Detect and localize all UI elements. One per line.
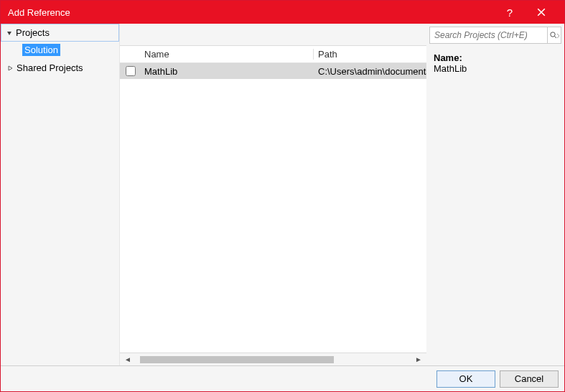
sidebar-label-shared: Shared Projects <box>17 62 83 73</box>
search-input[interactable] <box>430 30 547 40</box>
sidebar-label-projects: Projects <box>16 27 50 38</box>
row-path: C:\Users\admin\documents\visual studio 2… <box>314 66 426 77</box>
sidebar-item-shared-projects[interactable]: Shared Projects <box>1 58 119 76</box>
details-name-label: Name: <box>434 52 557 63</box>
middle-panel: Name Path MathLib C:\Users\admin\documen… <box>120 24 426 365</box>
close-button[interactable] <box>526 1 557 24</box>
scroll-left-icon[interactable]: ◄ <box>123 355 133 363</box>
row-checkbox[interactable] <box>126 66 136 76</box>
add-reference-dialog: Add Reference ? Projects Solution Shared… <box>0 0 565 392</box>
horizontal-scrollbar[interactable]: ◄ ► <box>120 353 426 365</box>
dialog-footer: OK Cancel <box>1 365 564 391</box>
table-row[interactable]: MathLib C:\Users\admin\documents\visual … <box>120 63 426 79</box>
search-box[interactable] <box>429 27 561 44</box>
sidebar-label-solution: Solution <box>22 44 60 56</box>
expander-icon <box>6 65 14 72</box>
grid-header: Name Path <box>120 46 426 63</box>
row-name: MathLib <box>141 66 314 77</box>
window-title: Add Reference <box>8 7 494 18</box>
details-name-value: MathLib <box>434 63 557 74</box>
reference-grid: Name Path MathLib C:\Users\admin\documen… <box>120 45 426 365</box>
search-button[interactable] <box>547 27 561 43</box>
ok-button[interactable]: OK <box>436 370 495 388</box>
search-icon <box>549 31 559 39</box>
sidebar-item-projects[interactable]: Projects <box>1 24 119 42</box>
scroll-thumb[interactable] <box>140 356 334 363</box>
details-info: Name: MathLib <box>426 47 564 80</box>
help-button[interactable]: ? <box>494 1 526 24</box>
sidebar-item-solution[interactable]: Solution <box>1 42 119 58</box>
svg-point-0 <box>551 32 555 37</box>
dialog-body: Projects Solution Shared Projects Name P… <box>1 24 564 365</box>
expander-icon <box>6 29 13 37</box>
sidebar: Projects Solution Shared Projects <box>1 24 120 365</box>
grid-header-name[interactable]: Name <box>141 49 314 60</box>
grid-body: MathLib C:\Users\admin\documents\visual … <box>120 63 426 353</box>
cancel-button[interactable]: Cancel <box>500 370 559 388</box>
details-panel: Name: MathLib <box>426 24 564 365</box>
middle-top-spacer <box>120 24 426 45</box>
close-icon <box>537 8 546 17</box>
titlebar: Add Reference ? <box>1 1 564 24</box>
scroll-right-icon[interactable]: ► <box>414 355 424 363</box>
grid-header-path[interactable]: Path <box>314 49 426 60</box>
